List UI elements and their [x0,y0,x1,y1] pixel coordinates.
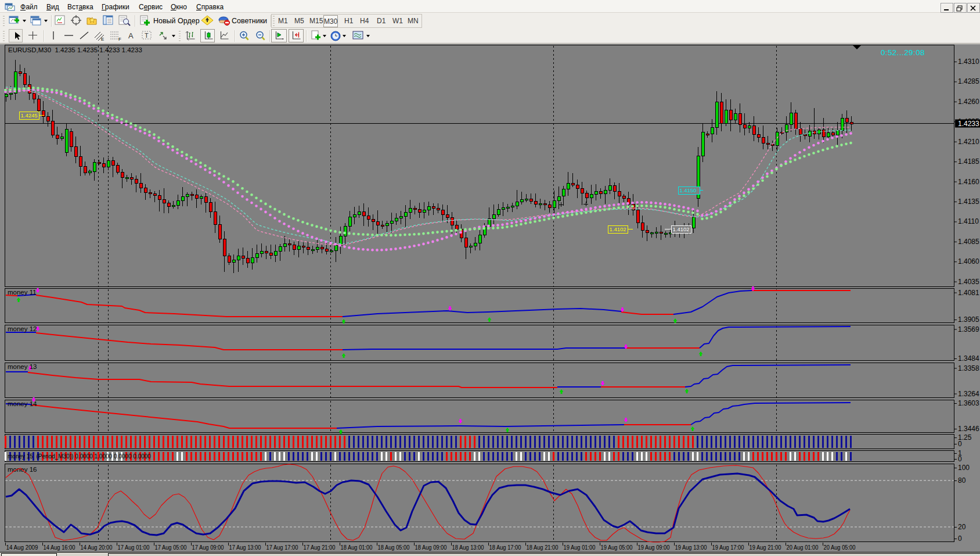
svg-text:18 Aug 01:00: 18 Aug 01:00 [341,544,373,551]
svg-text:19 Aug 17:00: 19 Aug 17:00 [712,544,744,551]
svg-text:0: 0 [958,535,962,543]
svg-text:1.3484: 1.3484 [958,354,979,363]
svg-text:14 Aug 16:00: 14 Aug 16:00 [44,544,75,551]
svg-text:1.4135: 1.4135 [958,198,979,206]
svg-text:14 Aug 2009: 14 Aug 2009 [6,544,38,551]
svg-text:18 Aug 21:00: 18 Aug 21:00 [527,544,559,551]
svg-text:F: F [118,37,121,42]
svg-text:18 Aug 13:00: 18 Aug 13:00 [452,544,484,551]
svg-text:money 12: money 12 [8,325,37,332]
svg-text:1.4310: 1.4310 [958,58,979,66]
svg-text:1.4102: 1.4102 [610,226,626,232]
svg-text:1.4210: 1.4210 [958,138,979,146]
svg-text:17 Aug 01:00: 17 Aug 01:00 [118,544,150,551]
svg-text:1.4245: 1.4245 [21,112,38,119]
svg-text:money 11: money 11 [8,289,37,296]
svg-text:1.3569: 1.3569 [958,325,979,333]
svg-text:19 Aug 01:00: 19 Aug 01:00 [564,544,596,551]
svg-text:20 Aug 05:00: 20 Aug 05:00 [824,544,856,551]
svg-text:1.4160: 1.4160 [958,178,979,186]
svg-text:T: T [145,32,149,39]
svg-text:0: 0 [958,455,962,463]
svg-text:money 14: money 14 [8,400,37,407]
svg-text:1.3905: 1.3905 [958,315,979,324]
svg-text:E: E [101,37,104,42]
svg-text:18 Aug 17:00: 18 Aug 17:00 [489,544,521,551]
svg-text:1.4285: 1.4285 [958,77,979,85]
svg-text:100: 100 [958,464,970,472]
svg-text:17 Aug 09:00: 17 Aug 09:00 [192,544,224,551]
svg-text:18 Aug 09:00: 18 Aug 09:00 [415,544,447,551]
svg-text:EURUSD,M30 1.4235 1.4235 1.42: EURUSD,M30 1.4235 1.4235 1.4233 1.4233 [8,46,142,53]
svg-text:1.4185: 1.4185 [958,157,979,166]
svg-text:19 Aug 21:00: 19 Aug 21:00 [750,544,781,551]
svg-text:1.4085: 1.4085 [958,238,979,246]
svg-text:1.4110: 1.4110 [958,217,979,225]
svg-text:17 Aug 21:00: 17 Aug 21:00 [304,544,336,551]
svg-text:19 Aug 09:00: 19 Aug 09:00 [638,544,670,551]
svg-text:17 Aug 05:00: 17 Aug 05:00 [155,544,187,551]
svg-text:20 Aug 01:00: 20 Aug 01:00 [787,544,819,551]
svg-text:money 13: money 13 [8,363,37,370]
svg-text:19 Aug 13:00: 19 Aug 13:00 [675,544,707,551]
svg-text:1.4102: 1.4102 [673,226,690,232]
svg-text:1.4233: 1.4233 [958,120,979,128]
svg-text:1.3358: 1.3358 [958,364,979,372]
svg-text:1.3264: 1.3264 [958,390,979,398]
svg-text:18 Aug 05:00: 18 Aug 05:00 [378,544,410,551]
svg-text:20: 20 [958,523,966,531]
svg-text:0: 0 [958,440,962,448]
svg-text:1.4260: 1.4260 [958,98,979,106]
svg-text:1.3603: 1.3603 [958,399,979,407]
svg-text:17 Aug 17:00: 17 Aug 17:00 [266,544,298,551]
svg-text:money 15 (Period_M30)) 0.0000: money 15 (Period_M30)) 0.0000 1.0000 0.0… [8,453,151,460]
svg-text:80: 80 [958,476,966,485]
svg-text:1.4081: 1.4081 [958,289,979,297]
svg-text:A: A [128,31,134,40]
svg-text:1.4060: 1.4060 [958,257,979,266]
svg-text:19 Aug 05:00: 19 Aug 05:00 [601,544,633,551]
svg-text:1.4035: 1.4035 [958,278,979,286]
svg-text:14 Aug 20:00: 14 Aug 20:00 [81,544,113,551]
svg-text:17 Aug 13:00: 17 Aug 13:00 [229,544,261,551]
svg-text:1.4150: 1.4150 [680,187,697,193]
svg-text:1.3446: 1.3446 [958,425,979,433]
svg-text:0:52...29:08: 0:52...29:08 [881,48,925,57]
